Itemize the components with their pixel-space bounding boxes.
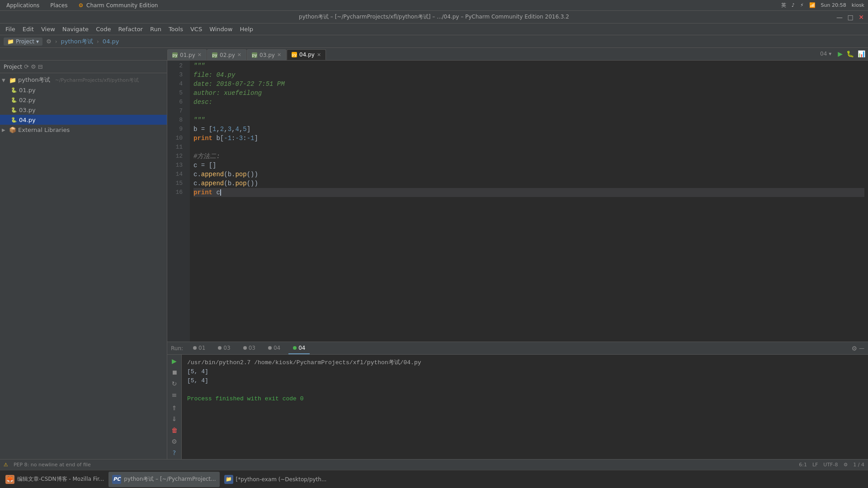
tab-01py[interactable]: py 01.py ✕ [167, 49, 207, 60]
menu-help[interactable]: Help [236, 25, 257, 33]
menu-view[interactable]: View [38, 25, 59, 33]
code-line-2: """ [193, 61, 864, 70]
tree-file-01[interactable]: 🐍 01.py [0, 85, 167, 95]
run-button[interactable]: ▶ [837, 49, 844, 58]
username: kiosk [852, 2, 864, 8]
run-filter-btn[interactable]: ≡ [169, 390, 180, 399]
panel-sync-icon[interactable]: ⟳ [24, 63, 29, 70]
tree-file-03[interactable]: 🐍 03.py [0, 105, 167, 115]
status-settings-icon[interactable]: ⚙ [843, 462, 848, 468]
tab-02py-label: 02.py [220, 52, 235, 58]
code-5-content: author: xuefeilong [193, 89, 262, 98]
keyboard-icon: 英 [781, 2, 786, 9]
breadcrumb-project[interactable]: python考试 [61, 38, 93, 46]
tab-02py[interactable]: py 02.py ✕ [207, 49, 246, 60]
tree-root-path: ~/PycharmProjects/xfl/python考试 [55, 77, 139, 84]
run-play-btn[interactable]: ▶ [169, 357, 180, 366]
line-numbers: 2 3 4 5 6 7 8 9 10 11 12 13 14 15 [167, 61, 190, 342]
run-cmd-line: /usr/bin/python2.7 /home/kiosk/PycharmPr… [187, 358, 863, 367]
code-9-var-b: b [193, 125, 197, 134]
tab-02py-close[interactable]: ✕ [237, 52, 241, 58]
applications-menu[interactable]: Applications [4, 2, 42, 9]
menu-run[interactable]: Run [146, 25, 165, 33]
dropdown-arrow: ▾ [36, 38, 39, 45]
menu-vcs[interactable]: VCS [187, 25, 206, 33]
run-rerun-btn[interactable]: ↻ [169, 379, 180, 389]
linenum-15: 15 [167, 179, 186, 188]
taskbar-browser-label: 编辑文章-CSDN博客 - Mozilla Fir... [17, 475, 104, 483]
tree-file-02[interactable]: 🐍 02.py [0, 95, 167, 105]
code-editor[interactable]: 2 3 4 5 6 7 8 9 10 11 12 13 14 15 [167, 61, 868, 342]
linenum-11: 11 [167, 143, 186, 152]
tab-04py-label: 04.py [299, 52, 315, 58]
taskbar-browser-icon: 🦊 [5, 475, 14, 484]
charm-menu[interactable]: ⚙ Charm Community Edition [75, 2, 160, 9]
tree-root[interactable]: ▼ 📁 python考试 ~/PycharmProjects/xfl/pytho… [0, 75, 167, 85]
close-button[interactable]: ✕ [856, 13, 866, 21]
breadcrumb-separator: › [55, 38, 57, 45]
menu-bar: File Edit View Navigate Code Refactor Ru… [0, 23, 868, 35]
coverage-button[interactable]: 📊 [857, 49, 866, 58]
run-scroll-up-btn[interactable]: ⇑ [169, 403, 180, 413]
menu-window[interactable]: Window [206, 25, 236, 33]
run-panel-settings[interactable]: ⚙ [851, 345, 857, 352]
tree-root-folder-icon: 📁 [9, 77, 16, 84]
tab-03py[interactable]: py 03.py ✕ [247, 49, 286, 60]
tab-03py-close[interactable]: ✕ [277, 52, 281, 58]
tab-04py[interactable]: py 04.py ✕ [287, 49, 326, 60]
tree-file-04[interactable]: 🐍 04.py [0, 115, 167, 125]
run-finished-line: Process finished with exit code 0 [187, 394, 863, 404]
run-01-label: 01 [198, 345, 205, 351]
taskbar-pycharm[interactable]: PC python考试 – [~/PycharmProject... [108, 472, 219, 487]
run-tab-04a[interactable]: 04 [264, 343, 285, 354]
linenum-4: 4 [167, 80, 186, 89]
code-content[interactable]: """ file: 04.py date: 2018-07-22 7:51 PM [190, 61, 868, 342]
run-scroll-down-btn[interactable]: ⇓ [169, 414, 180, 424]
run-tab-03b[interactable]: 03 [239, 343, 260, 354]
run-clear-btn[interactable]: 🗑 [169, 426, 180, 435]
menu-refactor[interactable]: Refactor [114, 25, 146, 33]
linenum-8: 8 [167, 116, 186, 125]
breadcrumb-file[interactable]: 04.py [103, 38, 119, 45]
taskbar-terminal[interactable]: 📁 [*python-exam (~Desktop/pyth... [221, 472, 330, 487]
tree-03-label: 03.py [19, 107, 36, 113]
project-dropdown[interactable]: 📁 Project ▾ [4, 38, 42, 46]
code-2-content: """ [193, 61, 205, 70]
debug-button[interactable]: 🐛 [845, 49, 855, 58]
tab-01py-close[interactable]: ✕ [198, 52, 202, 58]
run-tab-03a[interactable]: 03 [213, 343, 235, 354]
tree-root-label: python考试 [18, 76, 50, 84]
places-menu[interactable]: Places [47, 2, 70, 9]
panel-gear-icon[interactable]: ⚙ [31, 63, 36, 70]
project-settings-btn[interactable]: ⚙ [46, 38, 52, 45]
menu-tools[interactable]: Tools [165, 25, 187, 33]
run-help-btn[interactable]: ? [169, 448, 180, 457]
menu-navigate[interactable]: Navigate [59, 25, 92, 33]
tree-external-libs[interactable]: ▶ 📦 External Libraries [0, 125, 167, 135]
tab-04py-close[interactable]: ✕ [317, 52, 321, 58]
tree-04-label: 04.py [19, 117, 36, 123]
run-stop-btn[interactable]: ⏹ [169, 368, 180, 377]
minimize-button[interactable]: — [835, 13, 844, 21]
run-panel-close[interactable]: — [859, 345, 864, 352]
run-settings2-btn[interactable]: ⚙ [169, 436, 180, 446]
tree-02-icon: 🐍 [11, 97, 17, 103]
status-warning-text: PEP 8: no newline at end of file [14, 462, 91, 468]
tree-ext-label: External Libraries [18, 127, 70, 133]
code-8-content: """ [193, 116, 205, 125]
clock: Sun 20:58 [821, 2, 846, 8]
panel-close-icon[interactable]: ⊟ [38, 63, 43, 70]
run-tab-01[interactable]: 01 [189, 343, 210, 354]
menu-file[interactable]: File [2, 25, 19, 33]
project-tree: ▼ 📁 python考试 ~/PycharmProjects/xfl/pytho… [0, 73, 167, 459]
taskbar-browser[interactable]: 🦊 编辑文章-CSDN博客 - Mozilla Fir... [2, 472, 108, 487]
menu-edit[interactable]: Edit [19, 25, 38, 33]
run-label: Run: [171, 345, 183, 352]
run-panel-header: Run: 01 03 03 [167, 342, 868, 355]
maximize-button[interactable]: □ [845, 13, 855, 21]
code-6-content: desc: [193, 98, 212, 107]
menu-code[interactable]: Code [92, 25, 114, 33]
taskbar-terminal-icon: 📁 [224, 475, 233, 484]
run-tab-04b[interactable]: 04 [288, 343, 310, 354]
tree-03-icon: 🐍 [11, 107, 17, 113]
